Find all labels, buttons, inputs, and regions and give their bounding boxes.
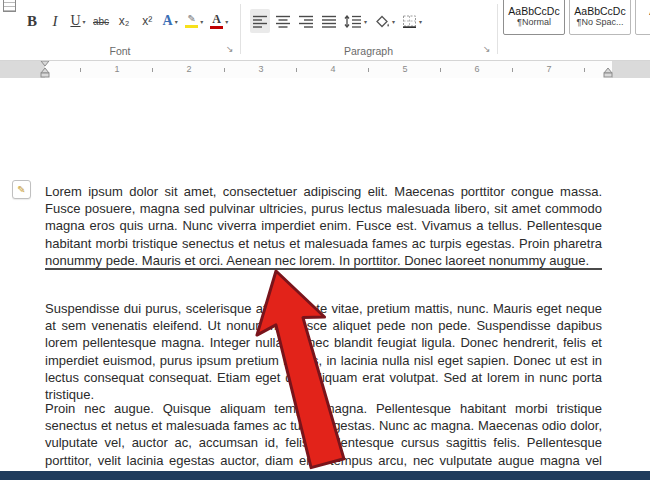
line-spacing-icon xyxy=(344,15,362,28)
chevron-down-icon: ▾ xyxy=(200,18,203,25)
style-name: ¶No Spac... xyxy=(577,17,624,28)
paragraph-3[interactable]: Proin nec augue. Quisque aliquam tempor … xyxy=(45,400,602,480)
align-right-icon xyxy=(298,15,314,28)
italic-label: I xyxy=(53,13,58,30)
bold-label: B xyxy=(27,13,37,30)
style-preview: AaBbCcDc xyxy=(508,5,559,18)
chevron-down-icon: ▾ xyxy=(225,18,228,25)
superscript-label: x² xyxy=(142,14,152,28)
chevron-down-icon: ▾ xyxy=(392,18,395,25)
group-separator xyxy=(497,4,498,54)
borders-button[interactable]: ▾ xyxy=(400,9,424,33)
paragraph-dialog-launcher[interactable]: ↘ xyxy=(483,44,491,54)
highlight-icon: ✎ xyxy=(185,14,198,29)
italic-button[interactable]: I xyxy=(45,9,65,33)
strikethrough-label: abc xyxy=(93,16,109,27)
text-effects-button[interactable]: A ▾ xyxy=(160,9,180,33)
style-normal[interactable]: AaBbCcDc ¶Normal xyxy=(503,0,565,35)
chevron-down-icon: ▾ xyxy=(83,18,86,25)
align-right-button[interactable] xyxy=(296,9,316,33)
style-preview: AaBbCcDc xyxy=(574,5,625,18)
bold-button[interactable]: B xyxy=(22,9,42,33)
right-indent-marker[interactable] xyxy=(602,61,614,78)
autocorrect-options-icon[interactable]: ✎ xyxy=(12,180,31,199)
align-center-icon xyxy=(275,15,291,28)
chevron-down-icon: ▾ xyxy=(419,18,422,25)
style-no-spacing[interactable]: AaBbCcDc ¶No Spac... xyxy=(569,0,631,35)
justify-icon xyxy=(321,15,337,28)
font-color-button[interactable]: A ▾ xyxy=(208,9,230,33)
subscript-button[interactable]: x₂ xyxy=(114,9,134,33)
font-dialog-launcher[interactable]: ↘ xyxy=(226,44,234,54)
shading-button[interactable]: ▾ xyxy=(372,9,397,33)
align-left-button[interactable] xyxy=(250,9,270,33)
justify-button[interactable] xyxy=(319,9,339,33)
document-page[interactable]: ✎ Lorem ipsum dolor sit amet, consectetu… xyxy=(0,78,650,480)
paragraph-bottom-border xyxy=(45,268,602,270)
font-color-icon: A xyxy=(210,13,223,30)
paint-bucket-icon xyxy=(374,15,390,28)
word-window: B I U ▾ abc x₂ x² A ▾ xyxy=(0,0,650,480)
text-effects-label: A xyxy=(163,13,173,29)
font-group-controls: B I U ▾ abc x₂ x² A ▾ xyxy=(22,9,230,33)
highlight-color-button[interactable]: ✎ ▾ xyxy=(183,9,205,33)
font-group-label: Font xyxy=(0,45,240,57)
paragraph-2[interactable]: Suspendisse dui purus, scelerisque at, v… xyxy=(45,300,602,403)
strikethrough-button[interactable]: abc xyxy=(91,9,111,33)
ruler-number: 2 xyxy=(184,64,193,75)
line-spacing-button[interactable]: ▾ xyxy=(342,9,369,33)
horizontal-ruler[interactable]: 1 2 3 4 5 6 7 xyxy=(0,61,650,79)
chevron-down-icon: ▾ xyxy=(364,18,367,25)
subscript-label: x₂ xyxy=(119,14,130,28)
underline-label: U xyxy=(70,13,80,29)
ruler-number: 4 xyxy=(328,64,337,75)
style-name: ¶Normal xyxy=(517,17,551,28)
cropped-ribbon-icon xyxy=(3,0,16,12)
paragraph-group-controls: ▾ ▾ ▾ xyxy=(250,9,424,33)
ruler-number: 1 xyxy=(112,64,121,75)
ruler-number: 6 xyxy=(472,64,481,75)
paragraph-group-label: Paragraph xyxy=(240,45,497,57)
left-indent-marker[interactable] xyxy=(39,61,51,78)
chevron-down-icon: ▾ xyxy=(175,18,178,25)
ruler-number: 7 xyxy=(544,64,553,75)
borders-icon xyxy=(402,15,417,28)
taskbar-edge xyxy=(0,471,650,480)
paragraph-1[interactable]: Lorem ipsum dolor sit amet, consectetuer… xyxy=(45,183,602,269)
underline-button[interactable]: U ▾ xyxy=(68,9,88,33)
styles-gallery: AaBbCcDc ¶Normal AaBbCcDc ¶No Spac... Aa… xyxy=(503,0,650,35)
align-center-button[interactable] xyxy=(273,9,293,33)
align-left-icon xyxy=(252,15,268,28)
ribbon: B I U ▾ abc x₂ x² A ▾ xyxy=(0,0,650,61)
ruler-number: 3 xyxy=(256,64,265,75)
style-heading[interactable]: AaBbC Headin xyxy=(635,0,650,35)
superscript-button[interactable]: x² xyxy=(137,9,157,33)
ruler-number: 5 xyxy=(400,64,409,75)
